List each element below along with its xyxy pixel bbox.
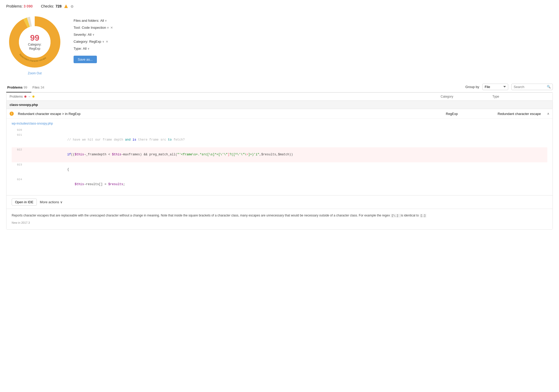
code-block: wp-includes/class-snoopy.php 920 921 // …	[6, 119, 553, 195]
filter-type: Type: All ∨	[74, 47, 553, 50]
header: Problems: 3 090 Checks: 728 ⚙	[6, 4, 553, 8]
chart-center-label: Category: RegExp	[28, 43, 41, 51]
problems-summary: Problems: 3 090	[6, 4, 33, 8]
type-chevron: ∨	[88, 47, 89, 50]
description-text2: is identical to	[401, 214, 419, 217]
code-line-921: 921 // have we hit our frame depth and i…	[12, 133, 547, 148]
problems-table: Problems → Category Type class-snoopy.ph…	[6, 92, 553, 230]
severity-label: Severity:	[74, 33, 87, 37]
filter-severity: Severity: All ∨	[74, 33, 553, 37]
code-line-924: 924 $this→results[] = $results;	[12, 177, 547, 192]
col-category-header: Category	[441, 95, 492, 98]
chart-container: Redundant character escape 99 Category: …	[6, 13, 63, 75]
tool-value[interactable]: Code Inspection ∨	[82, 26, 109, 30]
col-type-header: Type	[492, 95, 549, 98]
more-actions-button[interactable]: More actions ∨	[40, 200, 63, 204]
problem-category: RegExp	[446, 112, 498, 116]
code-line-920: 920	[12, 128, 547, 133]
problem-type-col: Redundant character escape ∧	[498, 112, 549, 116]
category-label: Category:	[74, 40, 88, 43]
description-code1: [\.]	[391, 214, 401, 217]
save-as-button[interactable]: Save as...	[74, 56, 97, 63]
gear-icon[interactable]: ⚙	[70, 4, 74, 8]
search-wrapper: 🔍	[511, 84, 553, 90]
code-lines: 920 921 // have we hit our frame depth a…	[12, 128, 547, 192]
severity-chevron: ∨	[92, 33, 94, 36]
more-actions-chevron-icon: ∨	[60, 200, 63, 204]
problems-count: 3 090	[24, 4, 33, 8]
files-folders-label: Files and folders:	[74, 19, 99, 23]
main-content: Redundant character escape 99 Category: …	[6, 13, 553, 75]
code-line-922: 922 if(($this→_framedepth < $this→maxfra…	[12, 147, 547, 162]
checks-label: Checks:	[41, 4, 54, 8]
donut-center: 99 Category: RegExp	[28, 33, 41, 51]
description-text: Reports character escapes that are repla…	[12, 214, 390, 217]
file-group-header: class-snoopy.php	[6, 101, 553, 109]
warning-icon	[64, 4, 68, 8]
warning-circle-icon: !	[10, 112, 14, 116]
open-in-ide-button[interactable]: Open in IDE	[12, 199, 37, 206]
category-close-icon[interactable]: ✕	[106, 40, 108, 43]
problem-description-col: ! Redundant character escape > in RegExp	[10, 112, 446, 116]
collapse-icon[interactable]: ∧	[547, 112, 549, 115]
search-icon: 🔍	[547, 85, 551, 89]
zoom-out-link[interactable]: Zoom Out	[28, 71, 41, 75]
severity-value[interactable]: All ∨	[88, 33, 94, 37]
category-chevron: ∨	[102, 40, 104, 43]
tool-close-icon[interactable]: ✕	[110, 26, 113, 30]
problem-description: Redundant character escape > in RegExp	[18, 112, 446, 116]
col-problems-header: Problems →	[10, 95, 441, 98]
search-input[interactable]	[511, 84, 553, 90]
files-folders-chevron: ∨	[105, 19, 107, 22]
problem-row[interactable]: ! Redundant character escape > in RegExp…	[6, 109, 553, 119]
tabs: Problems 99 Files 34	[6, 83, 465, 92]
filter-files-folders: Files and folders: All ∨	[74, 19, 553, 23]
code-file-link[interactable]: wp-includes/class-snoopy.php	[12, 122, 547, 125]
files-folders-value[interactable]: All ∨	[100, 19, 107, 23]
table-header-row: Problems → Category Type	[6, 93, 553, 101]
checks-count: 728	[56, 4, 62, 8]
tab-files[interactable]: Files 34	[31, 83, 48, 92]
donut-chart: Redundant character escape 99 Category: …	[6, 13, 63, 70]
type-value[interactable]: All ∨	[83, 47, 89, 50]
checks-summary: Checks: 728 ⚙	[41, 4, 74, 8]
dot-yellow-icon	[32, 96, 34, 98]
filter-tool: Tool: Code Inspection ∨ ✕	[74, 26, 553, 30]
arrow-icon: →	[28, 95, 31, 98]
action-buttons: Open in IDE More actions ∨	[6, 195, 553, 209]
category-value[interactable]: RegExp ∨	[89, 40, 104, 43]
description-code2: [.]	[420, 214, 426, 217]
tab-problems[interactable]: Problems 99	[6, 83, 31, 92]
dot-red-icon	[24, 96, 26, 98]
code-line-923: 923 {	[12, 162, 547, 177]
description-new-in: New in 2017.3	[12, 221, 547, 225]
tool-chevron: ∨	[107, 26, 109, 29]
filters-panel: Files and folders: All ∨ Tool: Code Insp…	[74, 13, 553, 63]
group-by-select[interactable]: File	[482, 84, 508, 90]
filter-category: Category: RegExp ∨ ✕	[74, 40, 553, 43]
chart-center-number: 99	[28, 33, 41, 43]
group-by-label: Group by	[465, 85, 479, 89]
controls-right: Group by File 🔍	[465, 84, 553, 92]
description-block: Reports character escapes that are repla…	[6, 209, 553, 229]
problems-label: Problems:	[6, 4, 23, 8]
tool-label: Tool:	[74, 26, 81, 30]
type-label: Type:	[74, 47, 82, 50]
